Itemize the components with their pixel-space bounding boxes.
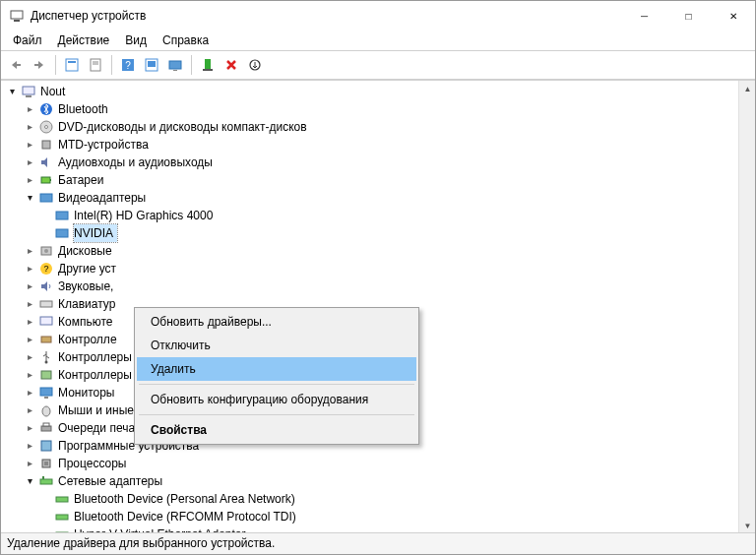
expand-icon[interactable]: ▸ xyxy=(23,173,36,187)
context-separator xyxy=(139,414,414,415)
back-button[interactable] xyxy=(5,54,27,76)
menu-help[interactable]: Справка xyxy=(155,31,217,49)
svg-rect-34 xyxy=(40,317,52,325)
collapse-icon[interactable]: ▾ xyxy=(23,474,36,488)
svg-rect-23 xyxy=(42,141,50,149)
collapse-icon[interactable]: ▾ xyxy=(5,85,19,98)
tree-category-battery[interactable]: ▸ Батареи xyxy=(5,171,755,189)
tree-category-cpu[interactable]: ▸ Процессоры xyxy=(5,455,755,472)
tree-category-audio[interactable]: ▸ Аудиовходы и аудиовыходы xyxy=(5,154,755,171)
expand-icon[interactable]: ▸ xyxy=(23,120,36,134)
maximize-button[interactable]: □ xyxy=(666,1,711,31)
tree-category-disk[interactable]: ▸ Дисковые xyxy=(5,242,755,260)
mouse-icon xyxy=(38,402,54,418)
update-driver-button[interactable] xyxy=(164,54,186,76)
node-label: Дисковые xyxy=(58,242,112,260)
network-icon xyxy=(38,473,54,489)
vertical-scrollbar[interactable]: ▲ ▼ xyxy=(738,81,755,534)
tree-device-intel-hd[interactable]: Intel(R) HD Graphics 4000 xyxy=(5,207,755,224)
tree-device-bt-pan[interactable]: Bluetooth Device (Personal Area Network) xyxy=(5,490,755,508)
battery-icon xyxy=(38,172,54,188)
tree-device-nvidia[interactable]: NVIDIA xyxy=(5,224,755,242)
svg-rect-16 xyxy=(203,69,213,71)
expand-icon[interactable]: ▸ xyxy=(23,155,36,169)
tree-category-dvd[interactable]: ▸ DVD-дисководы и дисководы компакт-диск… xyxy=(5,118,755,136)
tree-category-sound[interactable]: ▸ Звуковые, xyxy=(5,278,755,295)
show-hidden-button[interactable] xyxy=(61,54,83,76)
svg-text:?: ? xyxy=(125,60,131,71)
svg-rect-39 xyxy=(44,397,48,399)
svg-rect-45 xyxy=(44,462,48,465)
expand-icon[interactable]: ▸ xyxy=(23,279,36,293)
expand-icon[interactable]: ▸ xyxy=(23,386,36,400)
expand-icon[interactable]: ▸ xyxy=(23,350,36,364)
scroll-up-icon[interactable]: ▲ xyxy=(739,81,755,97)
expand-icon[interactable]: ▸ xyxy=(23,244,36,258)
svg-rect-19 xyxy=(26,95,32,97)
expand-icon[interactable]: ▸ xyxy=(23,262,36,276)
svg-point-30 xyxy=(44,249,48,253)
svg-rect-2 xyxy=(17,64,21,66)
expand-icon[interactable]: ▸ xyxy=(23,457,36,470)
chip-icon xyxy=(38,137,54,153)
scan-hardware-button[interactable] xyxy=(141,54,162,76)
device-tree-area: ▾ Nout ▸ Bluetooth ▸ DVD-дисководы и дис… xyxy=(1,80,755,534)
tree-category-bluetooth[interactable]: ▸ Bluetooth xyxy=(5,100,755,118)
svg-rect-27 xyxy=(56,212,68,219)
expand-icon[interactable]: ▸ xyxy=(23,297,36,311)
forward-button[interactable] xyxy=(29,54,50,76)
refresh-button[interactable] xyxy=(244,54,266,76)
node-label: Intel(R) HD Graphics 4000 xyxy=(74,207,213,224)
context-update-driver[interactable]: Обновить драйверы... xyxy=(137,310,416,334)
expand-icon[interactable]: ▸ xyxy=(23,368,36,382)
context-properties[interactable]: Свойства xyxy=(137,418,416,442)
tree-category-other[interactable]: ▸ ? Другие уст xyxy=(5,260,755,278)
expand-icon[interactable]: ▸ xyxy=(23,315,36,329)
help-button[interactable]: ? xyxy=(117,54,139,76)
context-uninstall[interactable]: Удалить xyxy=(137,357,416,381)
expand-icon[interactable]: ▸ xyxy=(23,333,36,346)
status-text: Удаление драйвера для выбранного устройс… xyxy=(7,536,275,550)
uninstall-button[interactable] xyxy=(220,54,242,76)
node-label: Bluetooth xyxy=(58,100,108,118)
node-label: NVIDIA xyxy=(74,224,117,242)
collapse-icon[interactable]: ▾ xyxy=(23,191,36,205)
properties-button[interactable] xyxy=(85,54,106,76)
toolbar-separator xyxy=(55,55,56,75)
disc-icon xyxy=(38,119,54,135)
node-label: Сетевые адаптеры xyxy=(58,472,162,490)
context-scan-hardware[interactable]: Обновить конфигурацию оборудования xyxy=(137,388,416,411)
svg-rect-18 xyxy=(23,87,34,94)
expand-icon[interactable]: ▸ xyxy=(23,403,36,417)
expand-icon[interactable]: ▸ xyxy=(23,439,36,453)
svg-rect-12 xyxy=(148,61,156,67)
close-button[interactable]: ✕ xyxy=(711,1,755,31)
menu-file[interactable]: Файл xyxy=(5,31,50,49)
context-disable[interactable]: Отключить xyxy=(137,334,416,357)
tree-category-network[interactable]: ▾ Сетевые адаптеры xyxy=(5,472,755,490)
menu-bar: Файл Действие Вид Справка xyxy=(1,31,755,50)
svg-rect-0 xyxy=(11,11,23,19)
tree-category-mtd[interactable]: ▸ MTD-устройства xyxy=(5,136,755,154)
svg-rect-49 xyxy=(56,515,68,520)
tree-device-bt-rfcomm[interactable]: Bluetooth Device (RFCOMM Protocol TDI) xyxy=(5,508,755,525)
menu-action[interactable]: Действие xyxy=(50,31,118,49)
menu-view[interactable]: Вид xyxy=(117,31,155,49)
enable-button[interactable] xyxy=(197,54,219,76)
expand-icon[interactable]: ▸ xyxy=(23,421,36,435)
display-adapter-icon xyxy=(38,190,54,206)
expand-icon[interactable]: ▸ xyxy=(23,102,36,116)
minimize-button[interactable]: ─ xyxy=(622,1,666,31)
computer-icon xyxy=(21,84,36,99)
speaker-icon xyxy=(38,154,54,170)
node-label: Мониторы xyxy=(58,384,114,401)
monitor-icon xyxy=(38,385,54,401)
expand-icon[interactable]: ▸ xyxy=(23,138,36,152)
svg-rect-37 xyxy=(41,371,51,379)
node-label: Контролле xyxy=(58,331,117,348)
svg-text:?: ? xyxy=(43,264,48,274)
tree-category-video[interactable]: ▾ Видеоадаптеры xyxy=(5,189,755,207)
svg-point-36 xyxy=(45,361,48,364)
tree-root[interactable]: ▾ Nout xyxy=(5,83,755,100)
node-label: Видеоадаптеры xyxy=(58,189,146,207)
